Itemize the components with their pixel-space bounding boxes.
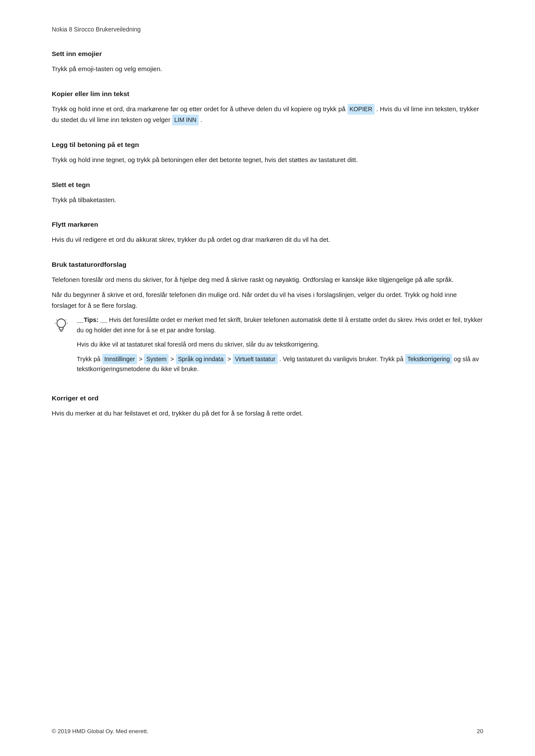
section-title-legg-til-betoning: Legg til betoning på et tegn [52,141,483,149]
section-body-slett-et-tegn: Trykk på tilbaketasten. [52,195,483,206]
kbd-lim-inn: LIM INN [172,115,198,125]
tip-box: __Tips: __ Hvis det foreslåtte ordet er … [52,315,483,378]
paragraph-2: Når du begynner å skrive et ord, foreslå… [52,290,483,311]
tip-line-2: Hvis du ikke vil at tastaturet skal fore… [77,340,483,350]
section-body-korriger-et-ord: Hvis du merker at du har feilstavet et o… [52,408,483,419]
section-body-legg-til-betoning: Trykk og hold inne tegnet, og trykk på b… [52,155,483,166]
section-legg-til-betoning: Legg til betoning på et tegn Trykk og ho… [52,141,483,166]
section-title-flytt-markoren: Flytt markøren [52,221,483,228]
section-body-bruk-tastaturordforslag: Telefonen foreslår ord mens du skriver, … [52,275,483,378]
section-korriger-et-ord: Korriger et ord Hvis du merker at du har… [52,394,483,419]
section-title-bruk-tastaturordforslag: Bruk tastaturordforslag [52,261,483,269]
paragraph: Hvis du vil redigere et ord du akkurat s… [52,234,483,245]
section-body-kopier-lim-inn: Trykk og hold inne et ord, dra markørene… [52,104,483,125]
section-flytt-markoren: Flytt markøren Hvis du vil redigere et o… [52,221,483,245]
paragraph-1: Telefonen foreslår ord mens du skriver, … [52,275,483,285]
svg-line-5 [66,320,66,321]
kbd-innstillinger: Innstillinger [102,354,137,364]
kbd-kopier: KOPIER [347,104,375,115]
header-title: Nokia 8 Sirocco Brukerveiledning [52,26,483,33]
section-slett-et-tegn: Slett et tegn Trykk på tilbaketasten. [52,181,483,206]
page: Nokia 8 Sirocco Brukerveiledning Sett in… [0,0,535,756]
section-body-sett-inn-emojier: Trykk på emoji-tasten og velg emojien. [52,64,483,75]
svg-point-0 [57,319,66,328]
section-bruk-tastaturordforslag: Bruk tastaturordforslag Telefonen foresl… [52,261,483,378]
footer-copyright: © 2019 HMD Global Oy. Med enerett. [52,728,148,734]
tip-line-1: __Tips: __ Hvis det foreslåtte ordet er … [77,315,483,335]
section-kopier-lim-inn: Kopier eller lim inn tekst Trykk og hold… [52,90,483,125]
svg-line-4 [56,320,57,321]
tip-line-3: Trykk på Innstillinger > System > Språk … [77,354,483,375]
paragraph: Hvis du merker at du har feilstavet et o… [52,408,483,419]
kbd-tekstkorrigering: Tekstkorrigering [405,354,452,364]
section-title-kopier-lim-inn: Kopier eller lim inn tekst [52,90,483,98]
section-title-slett-et-tegn: Slett et tegn [52,181,483,189]
section-title-sett-inn-emojier: Sett inn emojier [52,50,483,58]
footer: © 2019 HMD Global Oy. Med enerett. 20 [52,728,483,734]
section-sett-inn-emojier: Sett inn emojier Trykk på emoji-tasten o… [52,50,483,75]
kbd-system: System [144,354,169,364]
kbd-sprak-og-inndata: Språk og inndata [176,354,226,364]
paragraph: Trykk og hold inne tegnet, og trykk på b… [52,155,483,166]
paragraph-kopier: Trykk og hold inne et ord, dra markørene… [52,104,483,125]
section-body-flytt-markoren: Hvis du vil redigere et ord du akkurat s… [52,234,483,245]
tip-icon [52,316,71,335]
footer-page-number: 20 [477,728,483,734]
paragraph: Trykk på emoji-tasten og velg emojien. [52,64,483,75]
paragraph: Trykk på tilbaketasten. [52,195,483,206]
section-title-korriger-et-ord: Korriger et ord [52,394,483,402]
kbd-virtuelt-tastatur: Virtuelt tastatur [233,354,278,364]
tip-text-content: __Tips: __ Hvis det foreslåtte ordet er … [77,315,483,378]
lightbulb-icon [52,316,71,335]
